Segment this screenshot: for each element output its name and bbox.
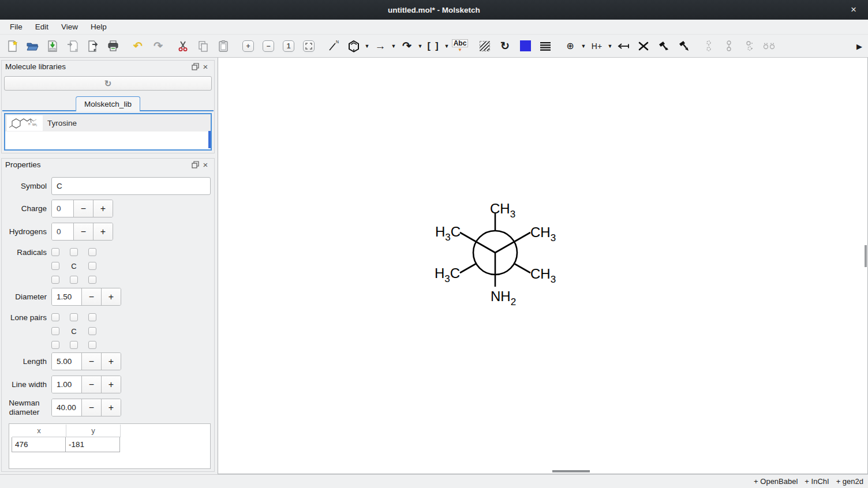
menu-edit[interactable]: Edit [29, 21, 55, 33]
newman-diameter-increment-button[interactable]: + [101, 399, 121, 416]
line-width-increment-button[interactable]: + [101, 376, 121, 393]
float-panel-icon[interactable] [190, 160, 200, 170]
coordinate-y-cell[interactable]: -181 [66, 437, 120, 452]
paste-button[interactable] [215, 38, 232, 54]
hydrogens-value[interactable]: 0 [52, 223, 73, 240]
lone-pair-checkbox[interactable] [51, 313, 59, 321]
zoom-out-button[interactable]: − [260, 38, 277, 54]
curved-arrow-button[interactable]: ↷ [398, 38, 416, 54]
symbol-input[interactable] [51, 177, 211, 195]
charge-increment-button[interactable]: + [93, 200, 113, 217]
copy-button[interactable] [194, 38, 212, 54]
build-tool-2-button[interactable] [675, 38, 693, 54]
substituent-label-upper-left[interactable]: H3C [435, 224, 461, 243]
new-document-button[interactable] [3, 38, 21, 54]
radical-checkbox[interactable] [51, 276, 59, 284]
length-value[interactable]: 5.00 [52, 353, 81, 370]
drawing-canvas[interactable]: CH3 H3C CH3 H3C CH3 NH2 [218, 58, 868, 474]
substituent-label-lower-right[interactable]: CH3 [530, 266, 556, 286]
color-picker-button[interactable] [517, 38, 534, 54]
delete-button[interactable] [635, 38, 652, 54]
radical-checkbox[interactable] [51, 262, 59, 270]
print-button[interactable] [104, 38, 122, 54]
line-width-button[interactable] [537, 38, 554, 54]
substituent-label-bottom[interactable]: NH2 [491, 288, 516, 308]
radical-checkbox[interactable] [88, 262, 96, 270]
build-tool-1-button[interactable] [655, 38, 672, 54]
menu-help[interactable]: Help [84, 21, 113, 33]
insert-ring-button[interactable] [345, 38, 362, 54]
ring-dropdown[interactable]: ▼ [362, 38, 372, 54]
zoom-in-button[interactable]: + [240, 38, 257, 54]
lone-pair-checkbox[interactable] [70, 341, 78, 349]
cut-button[interactable] [174, 38, 192, 54]
canvas-horizontal-scrollbar-thumb[interactable] [552, 470, 590, 472]
column-header-y[interactable]: y [66, 425, 121, 437]
radical-checkbox[interactable] [51, 248, 59, 256]
export-button[interactable] [84, 38, 102, 54]
insert-text-button[interactable]: Abc ▼ [451, 38, 469, 54]
substituent-label-upper-right[interactable]: CH3 [530, 224, 556, 244]
line-width-decrement-button[interactable]: − [81, 376, 101, 393]
lone-pair-checkbox[interactable] [88, 341, 96, 349]
reaction-arrow-dropdown[interactable]: ▼ [389, 38, 398, 54]
open-file-button[interactable] [24, 38, 41, 54]
import-button[interactable] [64, 38, 81, 54]
tab-molsketch-lib[interactable]: Molsketch_lib [76, 96, 140, 111]
length-increment-button[interactable]: + [101, 353, 121, 370]
length-decrement-button[interactable]: − [81, 353, 101, 370]
rotate-button[interactable]: ↻ [496, 38, 514, 54]
window-close-button[interactable]: × [845, 0, 862, 20]
save-button[interactable] [44, 38, 61, 54]
toolbar-expand-button[interactable]: ▶ [856, 35, 862, 58]
redo-button[interactable]: ↷ [149, 38, 167, 54]
lone-pair-checkbox[interactable] [51, 341, 59, 349]
list-item-tyrosine[interactable]: HNH₂ Tyrosine [5, 114, 211, 132]
substituent-label-top[interactable]: CH3 [490, 201, 515, 220]
radical-checkbox[interactable] [70, 276, 78, 284]
radical-checkbox[interactable] [88, 276, 96, 284]
electron-flow-button[interactable] [615, 38, 632, 54]
hydrogens-decrement-button[interactable]: − [73, 223, 93, 240]
line-width-value[interactable]: 1.00 [52, 376, 81, 393]
zoom-original-button[interactable]: 1 [280, 38, 297, 54]
library-scrollbar-thumb[interactable] [208, 131, 211, 148]
hydrogen-button[interactable]: H+ [588, 38, 605, 54]
charge-value[interactable]: 0 [52, 200, 73, 217]
newman-diameter-decrement-button[interactable]: − [81, 399, 101, 416]
lone-pair-checkbox[interactable] [88, 313, 96, 321]
lone-pair-checkbox[interactable] [51, 327, 59, 335]
canvas-vertical-scrollbar-thumb[interactable] [865, 245, 867, 267]
radical-checkbox[interactable] [70, 248, 78, 256]
charge-decrement-button[interactable]: − [73, 200, 93, 217]
coordinate-x-cell[interactable]: 476 [12, 437, 66, 452]
draw-bond-button[interactable]: N [325, 38, 342, 54]
curved-arrow-dropdown[interactable]: ▼ [416, 38, 425, 54]
menu-view[interactable]: View [55, 21, 84, 33]
close-panel-icon[interactable]: × [200, 62, 211, 72]
float-panel-icon[interactable] [190, 62, 200, 72]
refresh-libraries-button[interactable]: ↻ [4, 76, 212, 91]
substituent-label-lower-left[interactable]: H3C [435, 265, 460, 285]
brackets-button[interactable]: [ ] [425, 38, 442, 54]
charge-dropdown[interactable]: ▼ [579, 38, 588, 54]
lone-pair-checkbox[interactable] [70, 313, 78, 321]
diameter-decrement-button[interactable]: − [81, 288, 101, 305]
undo-button[interactable]: ↶ [129, 38, 147, 54]
menu-file[interactable]: File [3, 21, 29, 33]
hydrogens-increment-button[interactable]: + [93, 223, 113, 240]
radical-checkbox[interactable] [88, 248, 96, 256]
close-panel-icon[interactable]: × [200, 160, 211, 170]
diameter-increment-button[interactable]: + [101, 288, 121, 305]
brackets-dropdown[interactable]: ▼ [442, 38, 451, 54]
column-header-x[interactable]: x [12, 425, 66, 437]
diameter-value[interactable]: 1.50 [52, 288, 81, 305]
reaction-arrow-button[interactable]: → [372, 38, 389, 54]
hydrogen-dropdown[interactable]: ▼ [605, 38, 615, 54]
newman-diameter-value[interactable]: 40.00 [52, 399, 81, 416]
build-tool-2-icon [678, 40, 690, 52]
hatch-selection-button[interactable] [476, 38, 493, 54]
zoom-fit-button[interactable] [300, 38, 317, 54]
charge-button[interactable]: ⊕ [562, 38, 579, 54]
lone-pair-checkbox[interactable] [88, 327, 96, 335]
